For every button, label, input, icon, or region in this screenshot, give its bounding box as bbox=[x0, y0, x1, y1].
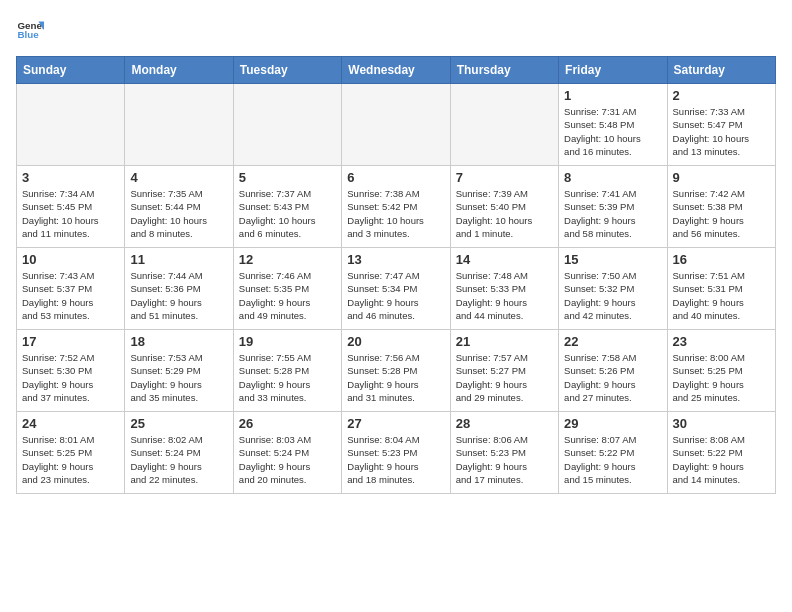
day-cell: 21Sunrise: 7:57 AM Sunset: 5:27 PM Dayli… bbox=[450, 330, 558, 412]
day-info: Sunrise: 7:35 AM Sunset: 5:44 PM Dayligh… bbox=[130, 187, 227, 240]
day-info: Sunrise: 8:07 AM Sunset: 5:22 PM Dayligh… bbox=[564, 433, 661, 486]
day-number: 28 bbox=[456, 416, 553, 431]
day-cell: 9Sunrise: 7:42 AM Sunset: 5:38 PM Daylig… bbox=[667, 166, 775, 248]
calendar-table: SundayMondayTuesdayWednesdayThursdayFrid… bbox=[16, 56, 776, 494]
day-number: 29 bbox=[564, 416, 661, 431]
day-cell: 22Sunrise: 7:58 AM Sunset: 5:26 PM Dayli… bbox=[559, 330, 667, 412]
day-info: Sunrise: 7:43 AM Sunset: 5:37 PM Dayligh… bbox=[22, 269, 119, 322]
week-row-2: 3Sunrise: 7:34 AM Sunset: 5:45 PM Daylig… bbox=[17, 166, 776, 248]
week-row-5: 24Sunrise: 8:01 AM Sunset: 5:25 PM Dayli… bbox=[17, 412, 776, 494]
day-number: 15 bbox=[564, 252, 661, 267]
day-cell bbox=[450, 84, 558, 166]
day-cell bbox=[17, 84, 125, 166]
day-info: Sunrise: 7:41 AM Sunset: 5:39 PM Dayligh… bbox=[564, 187, 661, 240]
day-cell: 17Sunrise: 7:52 AM Sunset: 5:30 PM Dayli… bbox=[17, 330, 125, 412]
day-cell: 7Sunrise: 7:39 AM Sunset: 5:40 PM Daylig… bbox=[450, 166, 558, 248]
column-header-monday: Monday bbox=[125, 57, 233, 84]
day-number: 27 bbox=[347, 416, 444, 431]
day-number: 26 bbox=[239, 416, 336, 431]
day-info: Sunrise: 7:52 AM Sunset: 5:30 PM Dayligh… bbox=[22, 351, 119, 404]
day-cell: 2Sunrise: 7:33 AM Sunset: 5:47 PM Daylig… bbox=[667, 84, 775, 166]
day-cell: 25Sunrise: 8:02 AM Sunset: 5:24 PM Dayli… bbox=[125, 412, 233, 494]
day-cell: 26Sunrise: 8:03 AM Sunset: 5:24 PM Dayli… bbox=[233, 412, 341, 494]
day-cell: 10Sunrise: 7:43 AM Sunset: 5:37 PM Dayli… bbox=[17, 248, 125, 330]
day-number: 19 bbox=[239, 334, 336, 349]
column-header-tuesday: Tuesday bbox=[233, 57, 341, 84]
day-info: Sunrise: 7:38 AM Sunset: 5:42 PM Dayligh… bbox=[347, 187, 444, 240]
day-info: Sunrise: 8:04 AM Sunset: 5:23 PM Dayligh… bbox=[347, 433, 444, 486]
day-info: Sunrise: 8:06 AM Sunset: 5:23 PM Dayligh… bbox=[456, 433, 553, 486]
day-number: 25 bbox=[130, 416, 227, 431]
day-info: Sunrise: 8:02 AM Sunset: 5:24 PM Dayligh… bbox=[130, 433, 227, 486]
day-number: 8 bbox=[564, 170, 661, 185]
day-number: 24 bbox=[22, 416, 119, 431]
day-cell: 3Sunrise: 7:34 AM Sunset: 5:45 PM Daylig… bbox=[17, 166, 125, 248]
day-number: 12 bbox=[239, 252, 336, 267]
day-number: 6 bbox=[347, 170, 444, 185]
day-cell bbox=[342, 84, 450, 166]
day-number: 20 bbox=[347, 334, 444, 349]
day-cell: 29Sunrise: 8:07 AM Sunset: 5:22 PM Dayli… bbox=[559, 412, 667, 494]
day-info: Sunrise: 7:46 AM Sunset: 5:35 PM Dayligh… bbox=[239, 269, 336, 322]
day-info: Sunrise: 7:51 AM Sunset: 5:31 PM Dayligh… bbox=[673, 269, 770, 322]
column-header-thursday: Thursday bbox=[450, 57, 558, 84]
day-cell bbox=[125, 84, 233, 166]
day-info: Sunrise: 7:33 AM Sunset: 5:47 PM Dayligh… bbox=[673, 105, 770, 158]
day-info: Sunrise: 8:00 AM Sunset: 5:25 PM Dayligh… bbox=[673, 351, 770, 404]
day-number: 18 bbox=[130, 334, 227, 349]
week-row-3: 10Sunrise: 7:43 AM Sunset: 5:37 PM Dayli… bbox=[17, 248, 776, 330]
day-info: Sunrise: 7:57 AM Sunset: 5:27 PM Dayligh… bbox=[456, 351, 553, 404]
day-info: Sunrise: 7:50 AM Sunset: 5:32 PM Dayligh… bbox=[564, 269, 661, 322]
day-number: 23 bbox=[673, 334, 770, 349]
day-cell: 1Sunrise: 7:31 AM Sunset: 5:48 PM Daylig… bbox=[559, 84, 667, 166]
day-cell: 8Sunrise: 7:41 AM Sunset: 5:39 PM Daylig… bbox=[559, 166, 667, 248]
day-cell: 20Sunrise: 7:56 AM Sunset: 5:28 PM Dayli… bbox=[342, 330, 450, 412]
day-info: Sunrise: 7:37 AM Sunset: 5:43 PM Dayligh… bbox=[239, 187, 336, 240]
day-cell: 12Sunrise: 7:46 AM Sunset: 5:35 PM Dayli… bbox=[233, 248, 341, 330]
day-cell bbox=[233, 84, 341, 166]
day-number: 2 bbox=[673, 88, 770, 103]
day-number: 17 bbox=[22, 334, 119, 349]
day-cell: 27Sunrise: 8:04 AM Sunset: 5:23 PM Dayli… bbox=[342, 412, 450, 494]
day-cell: 18Sunrise: 7:53 AM Sunset: 5:29 PM Dayli… bbox=[125, 330, 233, 412]
week-row-4: 17Sunrise: 7:52 AM Sunset: 5:30 PM Dayli… bbox=[17, 330, 776, 412]
day-number: 13 bbox=[347, 252, 444, 267]
day-cell: 19Sunrise: 7:55 AM Sunset: 5:28 PM Dayli… bbox=[233, 330, 341, 412]
day-info: Sunrise: 7:31 AM Sunset: 5:48 PM Dayligh… bbox=[564, 105, 661, 158]
logo: General Blue bbox=[16, 16, 48, 44]
week-row-1: 1Sunrise: 7:31 AM Sunset: 5:48 PM Daylig… bbox=[17, 84, 776, 166]
day-info: Sunrise: 7:53 AM Sunset: 5:29 PM Dayligh… bbox=[130, 351, 227, 404]
day-number: 5 bbox=[239, 170, 336, 185]
day-info: Sunrise: 7:55 AM Sunset: 5:28 PM Dayligh… bbox=[239, 351, 336, 404]
day-number: 30 bbox=[673, 416, 770, 431]
day-number: 10 bbox=[22, 252, 119, 267]
day-cell: 11Sunrise: 7:44 AM Sunset: 5:36 PM Dayli… bbox=[125, 248, 233, 330]
day-cell: 14Sunrise: 7:48 AM Sunset: 5:33 PM Dayli… bbox=[450, 248, 558, 330]
day-info: Sunrise: 7:47 AM Sunset: 5:34 PM Dayligh… bbox=[347, 269, 444, 322]
day-info: Sunrise: 7:58 AM Sunset: 5:26 PM Dayligh… bbox=[564, 351, 661, 404]
day-cell: 4Sunrise: 7:35 AM Sunset: 5:44 PM Daylig… bbox=[125, 166, 233, 248]
day-cell: 16Sunrise: 7:51 AM Sunset: 5:31 PM Dayli… bbox=[667, 248, 775, 330]
day-number: 21 bbox=[456, 334, 553, 349]
svg-text:Blue: Blue bbox=[17, 29, 39, 40]
day-number: 7 bbox=[456, 170, 553, 185]
day-number: 3 bbox=[22, 170, 119, 185]
column-header-sunday: Sunday bbox=[17, 57, 125, 84]
day-info: Sunrise: 7:56 AM Sunset: 5:28 PM Dayligh… bbox=[347, 351, 444, 404]
day-number: 9 bbox=[673, 170, 770, 185]
day-number: 16 bbox=[673, 252, 770, 267]
day-number: 11 bbox=[130, 252, 227, 267]
day-cell: 15Sunrise: 7:50 AM Sunset: 5:32 PM Dayli… bbox=[559, 248, 667, 330]
day-number: 4 bbox=[130, 170, 227, 185]
column-header-friday: Friday bbox=[559, 57, 667, 84]
column-header-saturday: Saturday bbox=[667, 57, 775, 84]
day-info: Sunrise: 7:34 AM Sunset: 5:45 PM Dayligh… bbox=[22, 187, 119, 240]
day-cell: 13Sunrise: 7:47 AM Sunset: 5:34 PM Dayli… bbox=[342, 248, 450, 330]
day-info: Sunrise: 7:48 AM Sunset: 5:33 PM Dayligh… bbox=[456, 269, 553, 322]
day-cell: 5Sunrise: 7:37 AM Sunset: 5:43 PM Daylig… bbox=[233, 166, 341, 248]
day-info: Sunrise: 8:01 AM Sunset: 5:25 PM Dayligh… bbox=[22, 433, 119, 486]
day-cell: 30Sunrise: 8:08 AM Sunset: 5:22 PM Dayli… bbox=[667, 412, 775, 494]
page-header: General Blue bbox=[16, 16, 776, 44]
day-number: 14 bbox=[456, 252, 553, 267]
day-cell: 28Sunrise: 8:06 AM Sunset: 5:23 PM Dayli… bbox=[450, 412, 558, 494]
